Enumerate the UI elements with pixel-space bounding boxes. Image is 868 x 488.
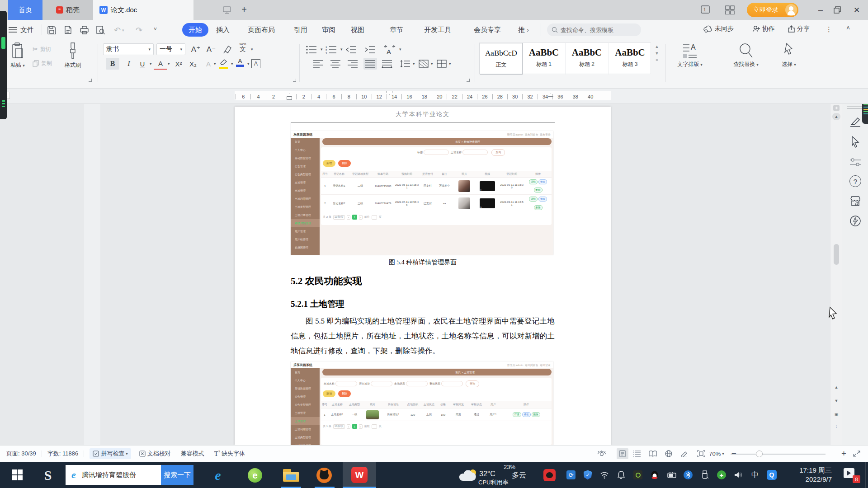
browser360se-taskbar-icon[interactable]: e [248,468,262,483]
layout-mode-icon[interactable]: 1 [701,5,711,14]
fit-page-icon[interactable] [697,450,705,457]
find-replace-button[interactable]: 查找替换▾ [723,42,769,68]
strikethrough-button[interactable]: A [154,58,167,70]
share-button[interactable]: 分享 [788,25,810,33]
style-heading2[interactable]: AaBbC 标题 2 [566,43,609,75]
page-view-button[interactable] [617,448,628,459]
sync-tray-icon[interactable]: ⟳ [566,470,576,480]
clipboard-dialog-launcher[interactable] [89,79,92,82]
subscript-button[interactable]: X₂ [186,58,200,70]
char-scale-icon[interactable]: A [383,44,396,55]
scroll-prev-page[interactable]: ▲ [832,384,840,390]
decrease-indent-icon[interactable] [345,45,357,54]
text-effects-button[interactable]: A [202,58,215,70]
shell-tool-icon[interactable] [849,215,861,227]
underline-button[interactable]: U [136,58,149,70]
left-dock-strip[interactable] [0,11,7,119]
align-right-icon[interactable] [347,60,358,68]
navigation-strip[interactable] [84,104,100,445]
scroll-select-browse[interactable]: ▣ [832,411,840,418]
style-heading3[interactable]: AaBbC 标题 3 [609,43,651,75]
align-left-icon[interactable] [313,60,324,68]
font-size-select[interactable]: 一号▾ [156,43,185,55]
undo-button[interactable]: ↶▾ [114,25,124,35]
decrease-font-icon[interactable]: A⁻ [204,43,218,55]
line-spacing-icon[interactable] [400,60,410,68]
italic-button[interactable]: I [122,58,136,70]
qq-tray-icon[interactable] [650,470,660,480]
more-menu-icon[interactable]: ⋮ [826,25,832,33]
ribbon-tab-view[interactable]: 视图 [351,26,364,34]
volume-tray-icon[interactable] [733,470,743,480]
ribbon-tab-devtools[interactable]: 开发工具 [424,26,451,34]
login-button[interactable]: 立即登录 [747,3,798,17]
usb-tray-icon[interactable] [700,470,710,480]
collapse-ribbon-icon[interactable]: ˄ [846,24,850,32]
redo-button[interactable]: ↷ [136,25,142,35]
spell-check[interactable]: 拼写检查▾ [90,448,131,459]
sync-status[interactable]: 未同步 [703,25,734,33]
distribute-icon[interactable] [382,60,392,68]
increase-font-icon[interactable]: A⁺ [189,43,203,55]
command-search-input[interactable] [561,27,633,33]
cat-app-taskbar-icon[interactable] [316,468,332,483]
read-mode-icon[interactable] [648,450,657,457]
font-dialog-launcher[interactable] [293,79,296,82]
eye-protect-icon[interactable] [597,450,607,457]
tab-document[interactable]: W 论文.doc [93,0,193,20]
first-line-indent-marker[interactable] [387,91,392,95]
docer-mall-icon[interactable] [849,195,861,207]
scrollbar-thumb[interactable] [834,244,839,265]
text-layout-button[interactable]: A 文字排版▾ [673,42,707,68]
print-icon[interactable] [80,25,89,34]
scroll-next-page[interactable]: ▼ [832,398,840,404]
character-border-button[interactable]: A [251,59,260,68]
fullscreen-icon[interactable] [853,450,861,457]
word-count[interactable]: 字数: 11886 [47,450,78,458]
doc-proofing[interactable]: 文档校对 [139,450,171,458]
workspace-grid-icon[interactable] [725,5,735,14]
collaborate-button[interactable]: 协作 [752,25,775,33]
highlight-color-button[interactable] [219,59,229,69]
style-heading1[interactable]: AaBbC 标题 1 [523,43,566,75]
new-tab-button[interactable]: + [239,4,250,15]
ribbon-tab-member[interactable]: 会员专享 [474,26,501,34]
ribbon-tab-reference[interactable]: 引用 [294,26,307,34]
edit-mode-icon[interactable] [680,450,688,457]
pinyin-guide-icon[interactable]: wén文 [237,42,249,52]
tab-docer[interactable]: ❞ 稻壳 [42,0,93,20]
file-menu[interactable]: 文件 [8,24,34,35]
ie-taskbar-icon[interactable]: e [211,468,225,483]
zoom-level[interactable]: 70% [709,450,721,457]
numbered-list-icon[interactable]: 123 [326,45,337,54]
zoom-slider-thumb[interactable] [756,450,763,457]
right-indent-marker[interactable] [548,94,553,97]
browser360-taskbar-icon[interactable]: S [40,467,56,483]
styles-scroll[interactable]: ▲▼≡ [654,43,660,64]
pen-tool-icon[interactable] [849,116,861,127]
weather-widget[interactable]: 23% 32°C 多云 CPU利用率 [458,464,535,486]
nvidia-tray-icon[interactable] [633,470,643,480]
export-pdf-icon[interactable] [63,25,73,34]
align-center-icon[interactable] [330,60,341,68]
tab-display-icon[interactable] [222,6,231,14]
scroll-top-icon[interactable] [833,105,840,111]
ime-tray-icon[interactable]: 中 [750,470,760,480]
taskbar-search-button[interactable]: 搜索一下 [161,465,193,485]
superscript-button[interactable]: X² [172,58,185,70]
print-preview-icon[interactable] [96,25,105,34]
copy-button[interactable]: 复制 [33,60,52,67]
minimize-button[interactable]: – [814,4,827,16]
web-view-icon[interactable] [665,450,673,457]
wps-taskbar-slot[interactable]: W [343,462,376,488]
close-button[interactable]: ✕ [850,4,863,16]
paste-button[interactable]: 粘贴▾ [7,42,28,69]
ribbon-tab-start[interactable]: 开始 [182,23,208,37]
health-tray-icon[interactable]: + [717,470,726,480]
cursor-tool-icon[interactable] [850,136,861,148]
vertical-scrollbar[interactable]: ▲ ▲ ▼ ▣ ⁝ [830,104,842,445]
increase-indent-icon[interactable] [364,45,376,54]
scroll-more[interactable]: ⁝ [832,423,840,429]
scroll-up-arrow[interactable]: ▲ [832,113,840,120]
compat-mode[interactable]: 兼容模式 [181,450,204,458]
